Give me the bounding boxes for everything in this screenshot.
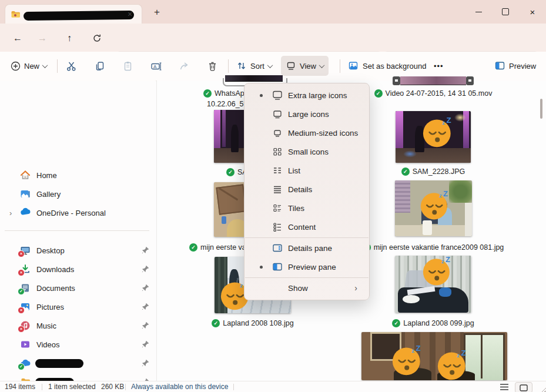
thumbnail-france-081[interactable]: [395, 180, 472, 236]
forward-button[interactable]: →: [35, 31, 50, 46]
thumb-art: [215, 257, 227, 313]
tab-close-button[interactable]: ×: [124, 8, 136, 20]
menu-item-preview-pane[interactable]: Preview pane: [247, 257, 367, 276]
thumbnail-view-icon: [520, 384, 528, 391]
file-name: mijn eerste vakantie france2009 081.jpg: [374, 243, 504, 252]
menu-item-extra-large-icons[interactable]: Extra large icons: [247, 86, 367, 105]
view-button-label: View: [300, 62, 316, 71]
share-button[interactable]: [174, 56, 195, 76]
cut-button[interactable]: [61, 56, 82, 76]
menu-item-label: Medium-sized icons: [288, 129, 358, 138]
preview-toggle-button[interactable]: Preview: [490, 56, 541, 76]
thumbnail-lapland-099[interactable]: [395, 256, 471, 313]
thumb-art: [465, 203, 472, 236]
menu-item-tiles[interactable]: Tiles: [247, 199, 367, 217]
sidebar-item-gallery[interactable]: Gallery: [4, 185, 154, 203]
small-icons-icon: [272, 146, 283, 158]
view-icon: [286, 61, 296, 71]
window-resize-grip[interactable]: [540, 386, 546, 392]
menu-item-show[interactable]: Show ›: [247, 279, 367, 297]
sidebar-item-documents[interactable]: ✓ Documents: [4, 279, 154, 297]
expand-chevron-icon[interactable]: ›: [9, 209, 12, 217]
minimize-button[interactable]: [465, 0, 492, 24]
menu-item-label: Details pane: [288, 244, 332, 253]
sidebar-item-label: Desktop: [36, 246, 65, 255]
maximize-button[interactable]: [492, 0, 519, 24]
sidebar-item-pictures[interactable]: × Pictures: [4, 297, 154, 316]
up-button[interactable]: ↑: [62, 31, 77, 46]
video-thumbnail-sliver[interactable]: [393, 76, 474, 85]
paste-button[interactable]: [118, 56, 138, 76]
details-view-icon: [272, 183, 283, 195]
details-view-toggle[interactable]: [500, 383, 509, 391]
extra-large-icons-icon: [272, 89, 283, 101]
sidebar-item-desktop[interactable]: × Desktop: [4, 241, 154, 260]
sidebar-item-downloads[interactable]: × Downloads: [4, 260, 154, 279]
file-label-video[interactable]: ✓ Video 24-07-2015, 14 31 05.mov: [351, 88, 515, 98]
refresh-button[interactable]: [89, 31, 105, 46]
thumb-art: [415, 126, 424, 153]
sidebar-separator: [5, 230, 149, 231]
rename-button[interactable]: A: [146, 56, 167, 76]
menu-item-label: Show: [288, 284, 308, 293]
thumb-art: [222, 216, 226, 224]
menu-item-medium-sized-icons[interactable]: Medium-sized icons: [247, 123, 367, 142]
sort-button[interactable]: Sort: [232, 56, 277, 76]
menu-item-details[interactable]: Details: [247, 180, 367, 199]
dropbox-synced-icon: ✓: [203, 89, 212, 98]
sidebar-item-label: Documents: [36, 284, 75, 293]
file-label-lapland-108[interactable]: ✓ Lapland 2008 108.jpg: [209, 318, 297, 328]
delete-button[interactable]: [202, 56, 223, 76]
pin-icon: [142, 265, 149, 273]
view-button[interactable]: View: [281, 56, 329, 76]
file-label-mijn-eerste-vak[interactable]: ✓ mijn eerste vak: [189, 242, 250, 252]
cloud-icon: ✓: [20, 358, 31, 368]
sidebar-label-redaction: [35, 359, 83, 368]
pin-icon: [142, 303, 149, 310]
menu-item-small-icons[interactable]: Small icons: [247, 142, 367, 161]
sidebar-item-videos[interactable]: Videos: [4, 335, 154, 354]
new-button[interactable]: New: [6, 56, 52, 76]
explorer-tab[interactable]: ×: [5, 4, 142, 24]
menu-item-details-pane[interactable]: Details pane: [247, 239, 367, 257]
status-bar: 194 items 1 item selected 260 KB Always …: [0, 381, 546, 392]
menu-item-content[interactable]: Content: [247, 217, 367, 236]
file-label-france-081[interactable]: ✓ mijn eerste vakantie france2009 081.jp…: [345, 242, 521, 252]
navigation-bar: ← → ↑ › Dropbox › S: [0, 24, 546, 52]
sidebar-item-music[interactable]: × Music: [4, 316, 154, 335]
pictures-icon: ×: [20, 301, 31, 312]
set-as-background-button[interactable]: Set as background: [343, 56, 431, 76]
list-view-icon: [272, 165, 283, 176]
title-bar: × + ×: [0, 0, 546, 24]
menu-item-large-icons[interactable]: Large icons: [247, 105, 367, 123]
sidebar-item-onedrive[interactable]: › OneDrive - Personal: [4, 203, 154, 222]
sidebar-item-home[interactable]: Home: [4, 166, 154, 185]
content-scrollbar[interactable]: [540, 99, 542, 119]
new-tab-button[interactable]: +: [150, 6, 163, 19]
file-label-whatsapp-line2[interactable]: 10.22.06_5f: [207, 99, 246, 109]
menu-item-list[interactable]: List: [247, 161, 367, 180]
status-divider: [233, 384, 234, 390]
dropbox-synced-icon: ✓: [226, 168, 235, 176]
downloads-icon: ×: [20, 264, 31, 274]
file-label-sam2228[interactable]: ✓ SAM_2228.JPG: [357, 166, 510, 176]
file-label-lapland-099[interactable]: ✓ Lapland 2008 099.jpg: [389, 318, 477, 328]
sidebar-item-label: Downloads: [36, 265, 74, 274]
sidebar-item-redacted-cloud[interactable]: ✓: [4, 354, 154, 373]
thumb-art: [449, 180, 472, 203]
thumbnail-interior-wide[interactable]: [361, 332, 507, 380]
copy-button[interactable]: [89, 56, 110, 76]
back-button[interactable]: ←: [10, 31, 25, 46]
thumb-art: [370, 332, 401, 361]
status-divider: [42, 384, 42, 390]
thumbnail-view-toggle[interactable]: [515, 382, 532, 392]
see-more-button[interactable]: •••: [429, 56, 448, 76]
close-button[interactable]: ×: [519, 0, 546, 24]
thumbnail-sam-2228[interactable]: [396, 111, 471, 163]
medium-icons-icon: [272, 127, 283, 139]
menu-item-label: Details: [288, 185, 312, 194]
rename-icon: A: [150, 61, 162, 72]
menu-item-label: Preview pane: [288, 263, 336, 272]
file-explorer-window: z Z × + × ← → ↑: [0, 0, 546, 392]
pin-icon: [142, 321, 149, 329]
